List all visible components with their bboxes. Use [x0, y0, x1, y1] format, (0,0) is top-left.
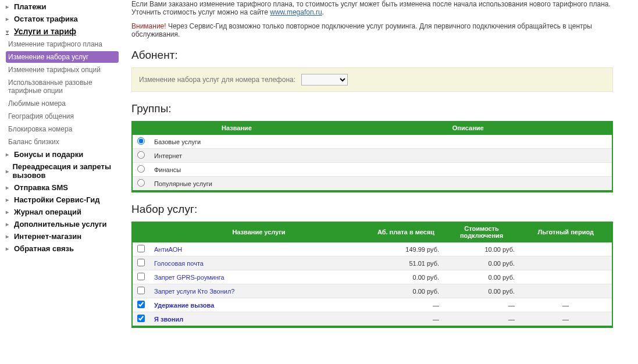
services-header-conn: Стоимость подключения	[444, 222, 519, 242]
group-name: Интернет	[149, 149, 324, 163]
chevron-right-icon: ▸	[6, 233, 13, 240]
sidebar-sub-item[interactable]: География общения	[6, 110, 119, 122]
service-checkbox[interactable]	[137, 301, 145, 308]
chevron-down-icon: ▾	[6, 28, 13, 35]
table-row: Голосовая почта51.01 руб.0.00 руб.	[132, 256, 612, 270]
sidebar-item-label: Остаток трафика	[14, 15, 78, 23]
service-fee: —	[368, 298, 444, 312]
sidebar-sub-item[interactable]: Изменение тарифных опций	[6, 64, 119, 76]
chevron-right-icon: ▸	[6, 245, 13, 252]
section-subscriber: Абонент:	[131, 49, 613, 62]
group-desc	[324, 177, 612, 192]
sidebar-item[interactable]: ▸Интернет-магазин	[6, 231, 119, 242]
warning-label: Внимание!	[131, 22, 166, 30]
service-grace	[519, 256, 612, 270]
service-fee: 51.01 руб.	[368, 256, 444, 270]
group-name: Базовые услуги	[149, 135, 324, 149]
sidebar-sub-item[interactable]: Изменение тарифного плана	[6, 38, 119, 50]
group-radio[interactable]	[137, 179, 145, 187]
section-groups: Группы:	[131, 102, 613, 115]
groups-table: Название Описание Базовые услугиИнтернет…	[131, 121, 613, 192]
sidebar-sub-item[interactable]: Любимые номера	[6, 98, 119, 109]
services-header-grace: Льготный период	[519, 222, 612, 242]
sidebar-item-label: Платежи	[14, 2, 46, 11]
group-desc	[324, 149, 612, 163]
sidebar-sub-item[interactable]: Баланс близких	[6, 136, 119, 148]
service-checkbox[interactable]	[137, 273, 145, 280]
sidebar-sub-item[interactable]: Блокировка номера	[6, 123, 119, 135]
sidebar-item[interactable]: ▸Платежи	[6, 1, 119, 12]
sidebar-item[interactable]: ▸Обратная связь	[6, 243, 119, 254]
service-checkbox[interactable]	[137, 315, 145, 322]
service-grace	[519, 270, 612, 284]
chevron-right-icon: ▸	[6, 221, 13, 227]
service-name-link[interactable]: Запрет GPRS-роуминга	[154, 274, 224, 281]
services-table: Название услуги Аб. плата в месяц Стоимо…	[131, 222, 613, 328]
service-fee: 0.00 руб.	[368, 270, 444, 284]
phone-bar-label: Изменение набора услуг для номера телефо…	[139, 76, 295, 84]
service-grace	[519, 284, 612, 298]
sidebar-item-label: Бонусы и подарки	[14, 150, 83, 159]
sidebar-item[interactable]: ▸Настройки Сервис-Гид	[6, 194, 119, 205]
services-header-fee: Аб. плата в месяц	[368, 222, 444, 242]
sidebar-item[interactable]: ▾Услуги и тариф	[6, 26, 119, 37]
megafon-link[interactable]: www.megafon.ru	[270, 8, 322, 16]
group-radio[interactable]	[137, 165, 145, 173]
table-row: Финансы	[132, 163, 612, 177]
sidebar-item[interactable]: ▸Переадресация и запреты вызовов	[6, 161, 119, 181]
sidebar-sub-item[interactable]: Изменение набора услуг	[6, 51, 119, 63]
group-radio[interactable]	[137, 151, 145, 159]
warning-block: Внимание! Через Сервис-Гид возможно толь…	[131, 22, 613, 38]
sidebar: ▸Платежи▸Остаток трафика▾Услуги и тарифИ…	[0, 0, 122, 340]
service-checkbox[interactable]	[137, 287, 145, 294]
sidebar-item-label: Обратная связь	[14, 244, 74, 253]
chevron-right-icon: ▸	[6, 16, 13, 22]
service-fee: 0.00 руб.	[368, 284, 444, 298]
service-connection-cost: —	[444, 298, 519, 312]
sidebar-item-label: Интернет-магазин	[14, 232, 81, 241]
chevron-right-icon: ▸	[6, 197, 13, 203]
table-row: Интернет	[132, 149, 612, 163]
service-grace: —	[519, 298, 612, 312]
section-services: Набор услуг:	[131, 203, 613, 216]
chevron-right-icon: ▸	[6, 209, 13, 215]
sidebar-item-label: Настройки Сервис-Гид	[14, 195, 100, 204]
service-grace: —	[519, 312, 612, 327]
service-grace	[519, 242, 612, 256]
sidebar-item-label: Отправка SMS	[14, 183, 68, 192]
service-checkbox[interactable]	[137, 259, 145, 266]
service-name-link[interactable]: Запрет услуги Кто Звонил?	[154, 288, 234, 295]
sidebar-item[interactable]: ▸Бонусы и подарки	[6, 149, 119, 160]
table-row: Запрет услуги Кто Звонил?0.00 руб.0.00 р…	[132, 284, 612, 298]
services-header-name: Название услуги	[149, 222, 368, 242]
service-connection-cost: 0.00 руб.	[444, 284, 519, 298]
table-row: АнтиАОН149.99 руб.10.00 руб.	[132, 242, 612, 256]
phone-number-select[interactable]	[301, 74, 348, 85]
service-checkbox[interactable]	[137, 245, 145, 252]
service-fee: 149.99 руб.	[368, 242, 444, 256]
service-name-link[interactable]: Я звонил	[154, 316, 183, 323]
sidebar-sub-item[interactable]: Использованные разовые тарифные опции	[6, 77, 119, 97]
main-content: Если Вами заказано изменение тарифного п…	[122, 0, 628, 340]
service-connection-cost: 0.00 руб.	[444, 270, 519, 284]
service-connection-cost: 0.00 руб.	[444, 256, 519, 270]
service-connection-cost: —	[444, 312, 519, 327]
sidebar-item[interactable]: ▸Остаток трафика	[6, 13, 119, 24]
chevron-right-icon: ▸	[6, 151, 13, 158]
chevron-right-icon: ▸	[6, 168, 12, 174]
sidebar-item[interactable]: ▸Дополнительные услуги	[6, 219, 119, 230]
service-name-link[interactable]: Голосовая почта	[154, 260, 204, 267]
table-row: Я звонил———	[132, 312, 612, 327]
table-row: Запрет GPRS-роуминга0.00 руб.0.00 руб.	[132, 270, 612, 284]
group-radio[interactable]	[137, 137, 145, 145]
service-name-link[interactable]: АнтиАОН	[154, 246, 182, 253]
service-name-link[interactable]: Удержание вызова	[154, 302, 214, 309]
intro-line2: Уточнить стоимость услуг можно на сайте …	[131, 8, 613, 16]
table-row: Удержание вызова———	[132, 298, 612, 312]
service-connection-cost: 10.00 руб.	[444, 242, 519, 256]
sidebar-item[interactable]: ▸Отправка SMS	[6, 182, 119, 193]
groups-header-name: Название	[149, 122, 324, 135]
sidebar-item[interactable]: ▸Журнал операций	[6, 206, 119, 217]
table-row: Базовые услуги	[132, 135, 612, 149]
phone-selection-bar: Изменение набора услуг для номера телефо…	[131, 67, 613, 92]
